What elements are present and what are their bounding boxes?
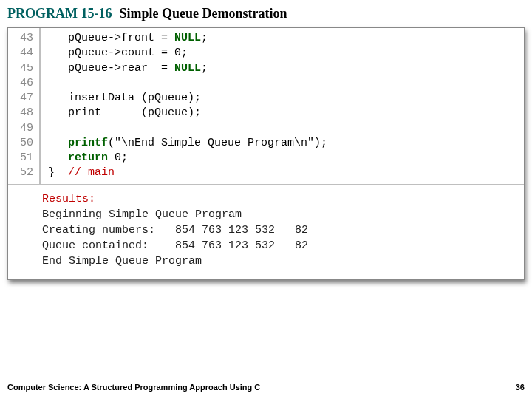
footer-left: Computer Science: A Structured Programmi… bbox=[7, 383, 260, 392]
code-content: pQueue->front = NULL; pQueue->count = 0;… bbox=[41, 28, 333, 184]
line-number: 50 bbox=[13, 136, 33, 151]
line-number: 52 bbox=[13, 166, 33, 180]
line-number: 47 bbox=[13, 91, 33, 106]
program-label: PROGRAM 15-16 bbox=[7, 6, 112, 21]
line-number: 48 bbox=[13, 106, 33, 120]
line-number: 43 bbox=[13, 31, 33, 46]
code-area: 43 44 45 46 47 48 49 50 51 52 pQueue->fr… bbox=[8, 28, 524, 184]
line-number: 49 bbox=[13, 121, 33, 136]
program-title: Simple Queue Demonstration bbox=[119, 6, 287, 21]
results-area: Results: Beginning Simple Queue Program … bbox=[8, 184, 524, 279]
line-number-gutter: 43 44 45 46 47 48 49 50 51 52 bbox=[8, 28, 41, 184]
line-number: 45 bbox=[13, 61, 33, 76]
results-body: Beginning Simple Queue Program Creating … bbox=[42, 208, 308, 267]
results-label: Results: bbox=[42, 193, 95, 205]
footer: Computer Science: A Structured Programmi… bbox=[7, 383, 525, 392]
slide-title: PROGRAM 15-16 Simple Queue Demonstration bbox=[0, 0, 532, 24]
line-number: 51 bbox=[13, 151, 33, 166]
page-number: 36 bbox=[516, 383, 525, 392]
slide: PROGRAM 15-16 Simple Queue Demonstration… bbox=[0, 0, 532, 399]
line-number: 44 bbox=[13, 46, 33, 61]
line-number: 46 bbox=[13, 76, 33, 91]
code-box: 43 44 45 46 47 48 49 50 51 52 pQueue->fr… bbox=[7, 27, 525, 280]
